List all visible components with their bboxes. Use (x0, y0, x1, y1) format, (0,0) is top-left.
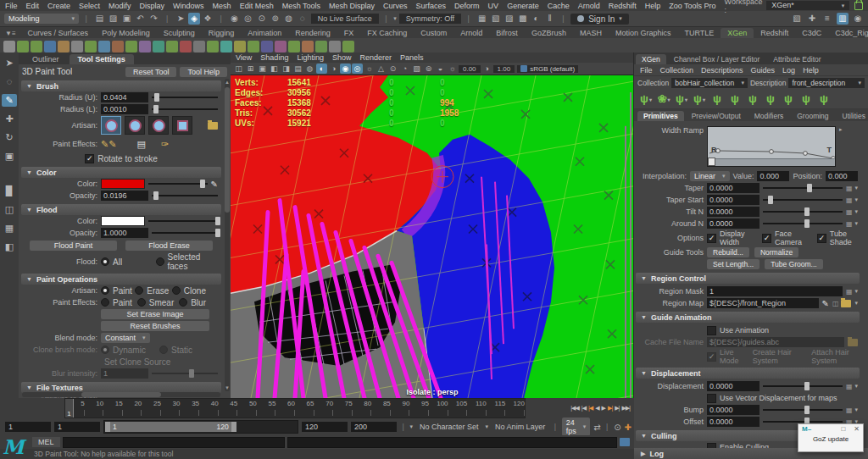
command-input[interactable] (63, 437, 285, 448)
chevron-down-icon[interactable]: ▾ (410, 423, 414, 430)
xgen-tool-icon[interactable]: ψ (709, 91, 725, 107)
eyedropper-icon[interactable]: ✎ (211, 180, 218, 189)
viewport-toolbar-icon[interactable]: ◉ (340, 64, 351, 74)
xgen-tool-icon[interactable]: ψ (816, 91, 832, 107)
paint-effects-mode-radio[interactable]: Smear (137, 298, 174, 307)
render-icon[interactable]: ◐ (531, 13, 542, 25)
timeline-tick[interactable]: 90 (391, 399, 410, 418)
xgen-tool-icon[interactable]: ψ (763, 91, 778, 107)
slider-track[interactable] (763, 183, 843, 193)
menu-item[interactable]: Arnold (578, 2, 600, 10)
shelf-icon[interactable] (58, 41, 70, 53)
map-button-icon[interactable]: ▦ (846, 383, 852, 390)
shelf-tab[interactable]: Motion Graphics (609, 28, 678, 38)
exposure-icon[interactable]: ☼ (447, 64, 458, 74)
shelf-tab[interactable]: FX Caching (360, 28, 414, 38)
panel-tab[interactable]: Tool Settings (70, 54, 134, 64)
displacement-header[interactable]: ▼Displacement (636, 368, 860, 379)
shelf-icon[interactable] (153, 41, 164, 53)
panel-toggle-icon[interactable]: ▧ (791, 13, 803, 25)
snap-icon[interactable]: ⊙ (256, 13, 268, 25)
xgen-tool-icon[interactable]: ψ (798, 91, 814, 107)
shelf-icon[interactable] (261, 41, 273, 53)
create-hair-system-button[interactable]: Create Hair System (753, 348, 800, 365)
browse-brush-folder-icon[interactable] (208, 122, 218, 130)
guide-tool-button[interactable]: Rebuild... (707, 247, 749, 257)
shelf-icon[interactable] (248, 41, 259, 53)
shelf-tab[interactable]: Animation (241, 28, 288, 38)
viewport-toolbar-icon[interactable]: ⊞ (245, 64, 256, 74)
animation-end-field[interactable]: 200 (351, 422, 397, 432)
viewport-toolbar-icon[interactable]: ▣ (257, 64, 268, 74)
map-button-icon[interactable]: ▦ (846, 288, 852, 296)
menu-item[interactable]: Mesh (213, 2, 231, 10)
culling-checkbox[interactable]: Enable Culling (707, 443, 769, 449)
paint-effects-mode-radio[interactable]: Paint (101, 298, 132, 307)
flood-color-swatch[interactable] (101, 216, 145, 226)
menu-item[interactable]: Deform (454, 2, 480, 10)
timeline-tick[interactable]: 30 (161, 399, 181, 418)
guide-animation-header[interactable]: ▼Guide Animation (636, 312, 860, 323)
shelf-icon[interactable] (207, 41, 219, 53)
menu-item[interactable]: Cache (548, 2, 570, 10)
playback-end-field[interactable]: 120 (302, 422, 348, 432)
brush-square-icon[interactable] (172, 116, 192, 135)
xgen-tool-icon[interactable]: ψ (674, 91, 689, 107)
menu-item[interactable]: UV (488, 2, 499, 10)
map-button-icon[interactable]: ▦ (846, 196, 852, 204)
viewport-menu-item[interactable]: View (236, 53, 252, 62)
viewport-toolbar-icon[interactable]: ◒ (435, 64, 446, 74)
xgen-subtab[interactable]: Modifiers (748, 111, 789, 121)
shelf-tab[interactable]: C3dc_Rig (828, 28, 868, 38)
option-checkbox[interactable]: Tube Shade (817, 230, 858, 246)
brush-soft-circle-icon[interactable] (101, 116, 121, 135)
cache-file-name-field[interactable]: ${DESC}/guides.abc (707, 337, 844, 347)
maximize-icon[interactable]: □ (841, 425, 845, 433)
blur-intensity-field[interactable]: 1 (101, 368, 148, 379)
viewport-toolbar-icon[interactable]: ▤ (292, 64, 303, 74)
slider-value-field[interactable]: 0.0000 (707, 218, 760, 229)
character-set-dropdown[interactable]: No Character Set (416, 422, 482, 432)
slider-value-field[interactable]: 0.0000 (707, 207, 760, 217)
viewport-canvas[interactable]: Verts: 15641 0 0 Edges: 30956 0 0 Faces: (231, 75, 634, 398)
timeline-tick[interactable]: 10 (85, 399, 104, 418)
viewport-menu-item[interactable]: Lighting (297, 53, 324, 62)
timeline-tick[interactable]: 120 (505, 399, 525, 418)
timeline-tick[interactable]: 55 (257, 399, 276, 418)
paint-color-slider[interactable] (148, 179, 208, 189)
brush-hard-circle-icon[interactable] (148, 116, 169, 135)
menu-item[interactable]: Select (79, 2, 100, 10)
snap-icon[interactable]: ◍ (283, 13, 295, 25)
xgen-tool-icon[interactable]: ψ (638, 91, 654, 107)
render-icon[interactable]: ▦ (476, 13, 488, 25)
timeline-tick[interactable]: 75 (333, 399, 353, 418)
menu-item[interactable]: Create (47, 2, 70, 10)
menu-item[interactable]: Redshift (609, 2, 637, 10)
bump-field[interactable]: 0.0000 (707, 405, 760, 415)
paint-select-tool-icon[interactable]: ✎ (2, 94, 17, 107)
browse-map-folder-icon[interactable] (841, 300, 851, 307)
xgen-menu-item[interactable]: Descriptions (701, 66, 743, 75)
range-slider-fill[interactable]: 1 120 (105, 422, 236, 432)
timeline-tick[interactable]: 15 (103, 399, 123, 418)
save-map-icon[interactable]: ◫ (832, 300, 838, 307)
artisan-mode-radio[interactable]: Erase (135, 286, 169, 296)
menu-set-dropdown[interactable]: Modeling▾ (4, 14, 79, 24)
shelf-icon[interactable] (329, 41, 341, 53)
playback-button[interactable]: |◀ (581, 405, 586, 412)
flood-selected-faces-radio[interactable]: Selected faces (156, 252, 218, 271)
menu-item[interactable]: Mesh Display (329, 2, 375, 10)
shelf-menu-icon[interactable]: ▼≡ (5, 30, 16, 37)
playback-button[interactable]: ▶▶| (621, 405, 630, 412)
anim-preferences-icon[interactable]: ⊙ (614, 423, 620, 432)
chevron-down-icon[interactable]: ▾ (854, 220, 858, 227)
flood-all-radio[interactable]: All (101, 257, 122, 267)
xgen-menu-item[interactable]: Log (782, 66, 795, 75)
collection-dropdown[interactable]: bobHair_collection▾ (671, 78, 748, 88)
viewport-toolbar-icon[interactable]: ⊙ (387, 64, 398, 74)
rotate-to-stroke-checkbox[interactable]: Rotate to stroke (85, 154, 158, 163)
view-transform-chip[interactable]: sRGB (default) (517, 65, 578, 73)
panel-tab[interactable]: Outliner (24, 54, 68, 64)
shelf-tab[interactable]: MASH (573, 28, 609, 38)
shelf-icon[interactable] (112, 41, 124, 53)
